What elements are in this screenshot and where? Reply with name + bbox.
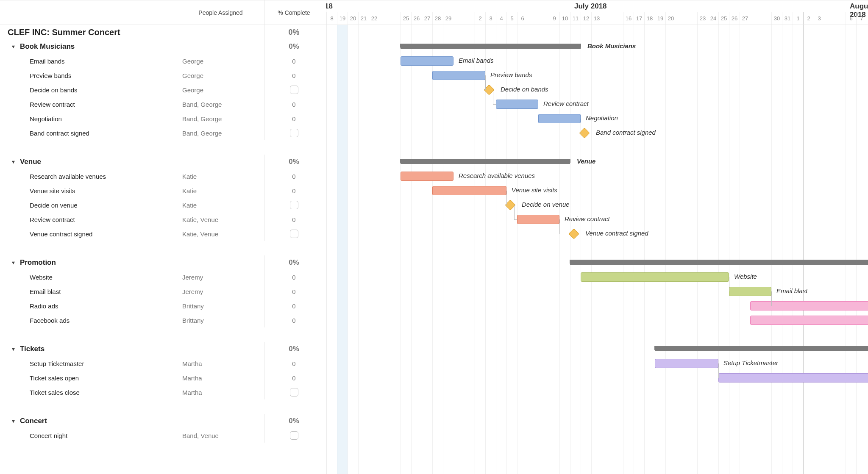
day-cell[interactable]: 22 bbox=[369, 12, 379, 25]
complete-checkbox[interactable] bbox=[290, 201, 298, 209]
task-people[interactable]: George bbox=[177, 83, 264, 97]
task-bar[interactable] bbox=[581, 272, 729, 282]
task-name[interactable]: Venue site visits bbox=[30, 187, 75, 194]
task-name[interactable]: Ticket sales close bbox=[30, 389, 80, 396]
day-cell[interactable]: 29 bbox=[443, 12, 453, 25]
task-bar[interactable] bbox=[750, 316, 868, 325]
task-row[interactable]: NegotiationBand, George0 bbox=[0, 111, 326, 126]
task-row[interactable]: Email bandsGeorge0 bbox=[0, 54, 326, 68]
section-row[interactable]: ▼Tickets0% bbox=[0, 342, 326, 356]
day-cell[interactable]: 31 bbox=[782, 12, 793, 25]
day-cell[interactable]: 25 bbox=[718, 12, 729, 25]
task-row[interactable]: Venue site visitsKatie0 bbox=[0, 183, 326, 198]
task-people[interactable]: Martha bbox=[177, 371, 264, 385]
day-cell[interactable]: 10 bbox=[559, 12, 570, 25]
section-name[interactable]: Book Musicians bbox=[20, 42, 75, 51]
task-row[interactable]: Venue contract signedKatie, Venue bbox=[0, 227, 326, 241]
day-cell[interactable]: 28 bbox=[432, 12, 443, 25]
task-people[interactable]: Martha bbox=[177, 356, 264, 371]
task-row[interactable]: Ticket sales openMartha0 bbox=[0, 371, 326, 385]
complete-checkbox[interactable] bbox=[290, 431, 298, 440]
task-people[interactable]: Katie bbox=[177, 198, 264, 212]
task-row[interactable]: Review contractKatie, Venue0 bbox=[0, 212, 326, 227]
complete-checkbox[interactable] bbox=[290, 129, 298, 137]
task-row[interactable]: WebsiteJeremy0 bbox=[0, 270, 326, 284]
section-row[interactable]: ▼Book Musicians0% bbox=[0, 39, 326, 54]
task-name[interactable]: Review contract bbox=[30, 216, 75, 223]
task-name[interactable]: Facebook ads bbox=[30, 317, 70, 324]
task-people[interactable]: Brittany bbox=[177, 313, 264, 327]
gantt-panel[interactable]: 18July 2018August 2018 81920212225262728… bbox=[326, 0, 868, 474]
task-people[interactable]: George bbox=[177, 54, 264, 68]
pct-cell[interactable]: 0 bbox=[264, 299, 323, 313]
task-row[interactable]: Email blastJeremy0 bbox=[0, 284, 326, 299]
task-name[interactable]: Email blast bbox=[30, 288, 61, 295]
task-bar[interactable] bbox=[496, 100, 538, 109]
day-cell[interactable]: 8 bbox=[326, 12, 337, 25]
day-cell[interactable]: 5 bbox=[506, 12, 517, 25]
day-cell[interactable]: 24 bbox=[708, 12, 718, 25]
day-cell[interactable]: 25 bbox=[401, 12, 411, 25]
task-name[interactable]: Negotiation bbox=[30, 115, 62, 122]
task-name[interactable]: Decide on bands bbox=[30, 86, 78, 94]
task-name[interactable]: Review contract bbox=[30, 101, 75, 108]
project-title[interactable]: CLEF INC: Summer Concert bbox=[5, 28, 120, 37]
task-name[interactable]: Research available venues bbox=[30, 173, 106, 180]
pct-cell[interactable] bbox=[264, 227, 323, 241]
pct-cell[interactable]: 0 bbox=[264, 169, 323, 183]
task-row[interactable]: Ticket sales closeMartha bbox=[0, 385, 326, 399]
task-people[interactable]: Katie bbox=[177, 169, 264, 183]
pct-cell[interactable]: 0 bbox=[264, 313, 323, 327]
day-cell[interactable]: 19 bbox=[337, 12, 348, 25]
task-bar[interactable] bbox=[655, 359, 718, 368]
day-cell[interactable]: 20 bbox=[665, 12, 676, 25]
task-row[interactable]: Band contract signedBand, George bbox=[0, 126, 326, 140]
pct-cell[interactable]: 0 bbox=[264, 183, 323, 198]
complete-checkbox[interactable] bbox=[290, 388, 298, 396]
pct-cell[interactable]: 0 bbox=[264, 356, 323, 371]
complete-checkbox[interactable] bbox=[290, 230, 298, 238]
task-people[interactable]: Band, George bbox=[177, 126, 264, 140]
pct-cell[interactable]: 0 bbox=[264, 212, 323, 227]
task-name[interactable]: Website bbox=[30, 274, 53, 281]
day-cell[interactable]: 18 bbox=[644, 12, 655, 25]
task-name[interactable]: Band contract signed bbox=[30, 130, 89, 137]
section-name[interactable]: Concert bbox=[20, 417, 47, 425]
task-bar[interactable] bbox=[718, 373, 868, 383]
summary-bar[interactable] bbox=[570, 260, 868, 265]
day-cell[interactable]: 26 bbox=[729, 12, 740, 25]
day-cell[interactable]: 7 bbox=[856, 12, 867, 25]
day-cell[interactable]: 13 bbox=[591, 12, 602, 25]
project-row[interactable]: CLEF INC: Summer Concert0% bbox=[0, 25, 326, 39]
pct-cell[interactable]: 0% bbox=[264, 39, 323, 54]
day-cell[interactable]: 2 bbox=[803, 12, 814, 25]
day-cell[interactable]: 27 bbox=[422, 12, 432, 25]
day-cell[interactable]: 16 bbox=[623, 12, 634, 25]
day-cell[interactable]: 12 bbox=[581, 12, 591, 25]
pct-cell[interactable]: 0 bbox=[264, 270, 323, 284]
task-people[interactable]: Katie bbox=[177, 183, 264, 198]
section-row[interactable]: ▼Promotion0% bbox=[0, 255, 326, 270]
pct-cell[interactable]: 0 bbox=[264, 111, 323, 126]
collapse-icon[interactable]: ▼ bbox=[11, 44, 16, 49]
pct-cell[interactable]: 0 bbox=[264, 54, 323, 68]
task-bar[interactable] bbox=[432, 71, 485, 80]
day-cell[interactable]: 26 bbox=[411, 12, 422, 25]
day-cell[interactable]: 6 bbox=[846, 12, 856, 25]
task-people[interactable]: Band, George bbox=[177, 97, 264, 111]
day-cell[interactable]: 23 bbox=[697, 12, 708, 25]
pct-cell[interactable]: 0% bbox=[264, 155, 323, 169]
task-name[interactable]: Concert night bbox=[30, 432, 67, 439]
collapse-icon[interactable]: ▼ bbox=[11, 159, 16, 164]
task-name[interactable]: Preview bands bbox=[30, 72, 71, 79]
section-row[interactable]: ▼Concert0% bbox=[0, 414, 326, 428]
collapse-icon[interactable]: ▼ bbox=[11, 346, 16, 352]
task-people[interactable]: Katie, Venue bbox=[177, 212, 264, 227]
section-row[interactable]: ▼Venue0% bbox=[0, 155, 326, 169]
task-people[interactable]: Katie, Venue bbox=[177, 227, 264, 241]
task-people[interactable]: Jeremy bbox=[177, 284, 264, 299]
task-name[interactable]: Decide on venue bbox=[30, 202, 78, 209]
day-cell[interactable]: 19 bbox=[655, 12, 665, 25]
day-cell[interactable]: 3 bbox=[485, 12, 496, 25]
collapse-icon[interactable]: ▼ bbox=[11, 260, 16, 265]
